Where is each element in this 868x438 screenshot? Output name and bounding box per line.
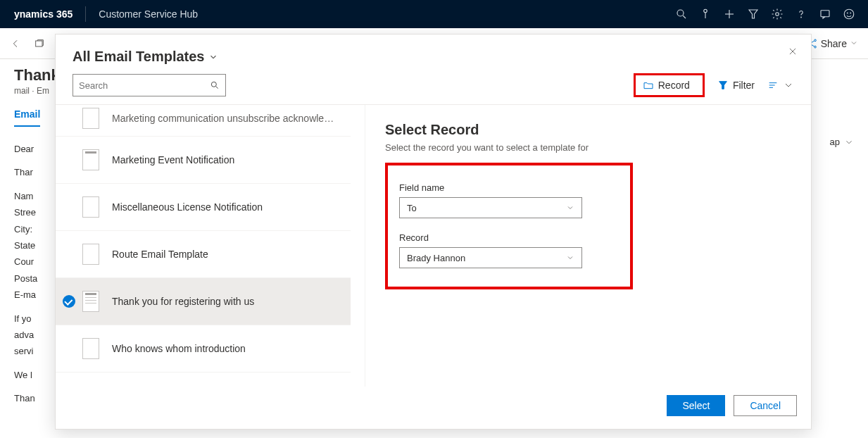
svg-rect-13 (36, 41, 42, 46)
svg-line-1 (683, 15, 686, 18)
select-button[interactable]: Select (667, 395, 725, 416)
svg-point-7 (776, 13, 779, 16)
filter-label: Filter (733, 80, 755, 91)
modal-footer: Select Cancel (56, 387, 811, 429)
search-input[interactable] (79, 80, 210, 91)
funnel-icon (717, 80, 729, 91)
assistant-icon[interactable] (693, 0, 717, 28)
search-icon (210, 80, 220, 90)
chevron-down-icon (566, 204, 574, 212)
brand-divider (85, 6, 86, 22)
template-thumb-icon (82, 244, 99, 265)
template-name: Miscellaneous License Notification (112, 201, 263, 213)
list-item[interactable]: Miscellaneous License Notification (56, 184, 351, 231)
select-record-pane: Select Record Select the record you want… (365, 105, 811, 387)
cancel-button[interactable]: Cancel (734, 395, 797, 416)
chevron-down-icon (783, 80, 794, 91)
template-thumb-icon (82, 338, 99, 359)
svg-point-8 (801, 17, 802, 18)
list-item[interactable]: Marketing Event Notification (56, 137, 351, 184)
record-value: Brady Hannon (407, 253, 566, 263)
svg-line-22 (216, 87, 218, 89)
folder-icon (643, 80, 654, 91)
smiley-icon[interactable] (837, 0, 861, 28)
settings-gear-icon[interactable] (765, 0, 789, 28)
cmd-back-button[interactable] (10, 38, 21, 49)
svg-point-0 (677, 10, 684, 16)
global-nav-bar: ynamics 365 Customer Service Hub (0, 0, 868, 28)
detail-subtitle: Select the record you want to select a t… (385, 142, 791, 153)
filter-button[interactable]: Filter (717, 80, 755, 91)
svg-point-14 (814, 39, 816, 42)
funnel-filter-icon[interactable] (741, 0, 765, 28)
template-name: Route Email Template (112, 249, 208, 260)
cmd-open-button[interactable] (34, 38, 45, 49)
record-label: Record (399, 232, 602, 243)
list-item[interactable]: Thank you for registering with us (56, 278, 351, 325)
template-thumb-icon (82, 149, 99, 170)
chevron-down-icon (208, 52, 218, 62)
svg-point-21 (211, 82, 216, 87)
tab-email[interactable]: Email (14, 108, 40, 127)
modal-title: All Email Templates (73, 49, 204, 65)
template-list[interactable]: Marketing communication unsubscribe ackn… (56, 105, 365, 387)
template-thumb-icon (82, 196, 99, 218)
brand-label: ynamics 365 (7, 8, 80, 20)
record-dropdown[interactable]: Brady Hannon (399, 247, 582, 268)
chevron-down-icon (566, 254, 574, 262)
template-thumb-icon (82, 291, 99, 312)
right-side-toggle[interactable]: ap (830, 137, 854, 147)
svg-point-11 (847, 13, 848, 13)
share-label: Share (821, 38, 847, 49)
svg-rect-9 (821, 11, 829, 17)
list-item[interactable]: Who knows whom introduction (56, 325, 351, 373)
selected-check-icon (63, 295, 75, 308)
template-name: Who knows whom introduction (112, 343, 246, 354)
list-icon (767, 80, 779, 91)
svg-point-2 (704, 9, 707, 13)
chevron-down-icon (844, 137, 854, 147)
record-label: Record (658, 80, 690, 91)
list-item[interactable]: Route Email Template (56, 231, 351, 278)
svg-point-12 (850, 13, 851, 13)
search-input-container (73, 74, 226, 96)
list-item[interactable]: Marketing communication unsubscribe ackn… (56, 105, 351, 137)
svg-marker-6 (749, 10, 757, 18)
field-name-label: Field name (399, 182, 602, 193)
close-icon[interactable] (786, 44, 800, 58)
svg-marker-23 (719, 82, 727, 89)
list-settings-button[interactable] (767, 80, 794, 91)
template-name: Thank you for registering with us (112, 296, 254, 307)
app-name[interactable]: Customer Service Hub (92, 8, 205, 20)
add-icon[interactable] (717, 0, 741, 28)
modal-title-dropdown[interactable]: All Email Templates (73, 49, 218, 65)
detail-title: Select Record (385, 122, 791, 138)
template-name: Marketing communication unsubscribe ackn… (112, 113, 337, 124)
field-name-value: To (407, 203, 566, 213)
svg-point-10 (844, 9, 854, 19)
record-filter-button[interactable]: Record (634, 73, 705, 97)
share-button[interactable]: Share (807, 38, 858, 49)
template-thumb-icon (82, 108, 99, 129)
help-icon[interactable] (789, 0, 813, 28)
record-fields-highlight: Field name To Record Brady Hannon (385, 163, 633, 289)
svg-point-16 (814, 46, 816, 48)
email-templates-modal: All Email Templates Record Filter (55, 34, 812, 430)
chat-icon[interactable] (813, 0, 837, 28)
template-name: Marketing Event Notification (112, 154, 234, 165)
search-icon[interactable] (669, 0, 693, 28)
field-name-dropdown[interactable]: To (399, 197, 582, 218)
